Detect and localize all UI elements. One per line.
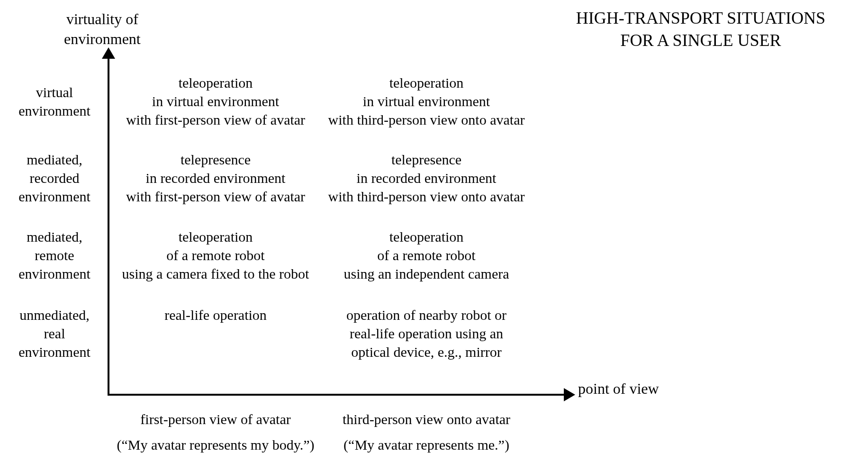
cell-r2-c1-l1: teleoperation (389, 229, 464, 245)
cell-r2-c1-l3: using an independent camera (344, 266, 509, 281)
row1-label-l2: recorded (30, 170, 80, 186)
cell-r3-c1-l1: operation of nearby robot or (346, 307, 506, 323)
row3-label-l2: real (44, 326, 65, 341)
row1-label-l1: mediated, (27, 152, 82, 167)
cell-r1-c0-l1: telepresence (181, 152, 251, 167)
y-axis-label-line1: virtuality of (66, 10, 138, 27)
col0-label-l2: (“My avatar represents my body.”) (117, 437, 314, 453)
title-line1: HIGH-TRANSPORT SITUATIONS (576, 9, 825, 27)
cell-r2-c0-l3: using a camera fixed to the robot (122, 266, 309, 281)
x-axis-label: point of view (578, 380, 659, 398)
row3-label-l1: unmediated, (19, 307, 89, 323)
cell-r0-c0-l2: in virtual environment (152, 93, 279, 109)
row-label-2: mediated, remote environment (5, 227, 104, 283)
col-label-1: third-person view onto avatar (“My avata… (313, 407, 540, 458)
row3-label-l3: environment (18, 344, 90, 360)
cell-r2-c0-l2: of a remote robot (166, 247, 264, 263)
cell-r2-c0: teleoperation of a remote robot using a … (116, 227, 315, 283)
col0-label-l1: first-person view of avatar (140, 411, 290, 427)
row2-label-l3: environment (18, 266, 90, 281)
row2-label-l2: remote (35, 247, 74, 263)
x-axis-line (108, 394, 566, 396)
cell-r3-c1: operation of nearby robot or real-life o… (313, 306, 540, 361)
cell-r0-c0: teleoperation in virtual environment wit… (116, 73, 315, 129)
cell-r2-c1-l2: of a remote robot (377, 247, 475, 263)
col1-label-l1: third-person view onto avatar (343, 411, 510, 427)
col-label-0: first-person view of avatar (“My avatar … (116, 407, 315, 458)
cell-r0-c1: teleoperation in virtual environment wit… (313, 73, 540, 129)
cell-r0-c1-l2: in virtual environment (363, 93, 490, 109)
y-axis-arrow-icon (102, 47, 115, 59)
cell-r3-c0-l1: real-life operation (164, 307, 267, 323)
row1-label-l3: environment (18, 189, 90, 204)
y-axis-label: virtuality of environment (64, 9, 141, 49)
cell-r0-c1-l3: with third-person view onto avatar (328, 112, 525, 127)
row-label-3: unmediated, real environment (5, 306, 104, 361)
cell-r2-c0-l1: teleoperation (179, 229, 253, 245)
cell-r3-c1-l3: optical device, e.g., mirror (351, 344, 501, 360)
cell-r3-c1-l2: real-life operation using an (350, 326, 503, 341)
cell-r1-c0-l3: with first-person view of avatar (126, 189, 305, 204)
cell-r1-c0-l2: in recorded environment (146, 170, 286, 186)
title-line2: FOR A SINGLE USER (620, 31, 781, 50)
row-label-1: mediated, recorded environment (5, 150, 104, 206)
x-axis-arrow-icon (564, 388, 575, 401)
row2-label-l1: mediated, (27, 229, 82, 245)
diagram-title: HIGH-TRANSPORT SITUATIONS FOR A SINGLE U… (576, 7, 825, 52)
col1-label-l2: (“My avatar represents me.”) (344, 437, 509, 453)
cell-r0-c0-l3: with first-person view of avatar (126, 112, 305, 127)
cell-r1-c1-l2: in recorded environment (357, 170, 497, 186)
row0-label-l2: environment (18, 103, 90, 118)
y-axis-line (108, 54, 109, 396)
cell-r1-c1-l1: telepresence (391, 152, 461, 167)
row0-label-l1: virtual (36, 84, 73, 100)
cell-r1-c0: telepresence in recorded environment wit… (116, 150, 315, 206)
row-label-0: virtual environment (5, 83, 104, 120)
y-axis-label-line2: environment (64, 30, 141, 47)
cell-r0-c0-l1: teleoperation (179, 75, 253, 91)
cell-r1-c1-l3: with third-person view onto avatar (328, 189, 525, 204)
cell-r2-c1: teleoperation of a remote robot using an… (313, 227, 540, 283)
cell-r3-c0: real-life operation (116, 306, 315, 324)
cell-r1-c1: telepresence in recorded environment wit… (313, 150, 540, 206)
cell-r0-c1-l1: teleoperation (389, 75, 464, 91)
